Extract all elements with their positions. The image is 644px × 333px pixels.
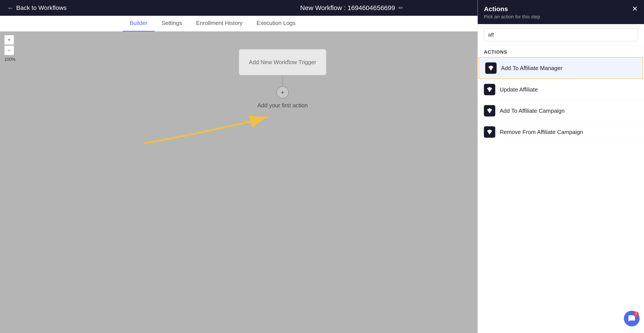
add-first-action-label: Add your first action bbox=[258, 102, 308, 109]
actions-panel-subtitle: Pick an action for this step bbox=[484, 14, 540, 20]
add-campaign-icon-wrap bbox=[484, 105, 495, 116]
chat-bubble-button[interactable]: 7 bbox=[624, 311, 640, 327]
actions-panel-title: Actions bbox=[484, 5, 540, 13]
action-item-update-affiliate[interactable]: Update Affiliate bbox=[478, 79, 644, 100]
update-affiliate-icon-wrap bbox=[484, 84, 495, 95]
remove-campaign-icon-wrap bbox=[484, 126, 495, 138]
action-item-add-to-affiliate-campaign[interactable]: Add To Affiliate Campaign bbox=[478, 100, 644, 121]
actions-panel: Actions Pick an action for this step ✕ A… bbox=[478, 0, 644, 333]
tab-execution-logs[interactable]: Execution Logs bbox=[250, 20, 302, 31]
tab-builder[interactable]: Builder bbox=[123, 20, 154, 31]
workflow-title: New Workflow : 1694604656699 bbox=[300, 4, 395, 11]
action-item-remove-from-affiliate-campaign[interactable]: Remove From Affiliate Campaign bbox=[478, 121, 644, 143]
affiliate-manager-icon-wrap bbox=[485, 62, 496, 74]
diamond-icon-4 bbox=[486, 129, 493, 135]
plus-icon: + bbox=[280, 88, 285, 96]
action-label-add-to-affiliate-campaign: Add To Affiliate Campaign bbox=[500, 107, 565, 114]
arrow-annotation bbox=[127, 108, 280, 152]
action-label-add-to-affiliate-manager: Add To Affiliate Manager bbox=[501, 65, 562, 72]
action-label-remove-from-affiliate-campaign: Remove From Affiliate Campaign bbox=[500, 129, 583, 135]
tab-enrollment-history[interactable]: Enrollment History bbox=[189, 20, 250, 31]
action-label-update-affiliate: Update Affiliate bbox=[500, 86, 538, 93]
workflow-content: Add New Workflow Trigger + Add your firs… bbox=[239, 49, 326, 109]
zoom-out-button[interactable]: − bbox=[4, 45, 14, 55]
add-action-button[interactable]: + bbox=[276, 86, 289, 98]
chat-badge: 7 bbox=[634, 312, 639, 317]
actions-panel-header: Actions Pick an action for this step ✕ bbox=[478, 0, 644, 24]
close-panel-button[interactable]: ✕ bbox=[632, 5, 638, 12]
search-input[interactable] bbox=[484, 28, 638, 41]
trigger-label: Add New Workflow Trigger bbox=[249, 58, 316, 66]
back-arrow-icon: ← bbox=[7, 4, 14, 12]
tab-settings[interactable]: Settings bbox=[154, 20, 189, 31]
back-label: Back to Workflows bbox=[16, 4, 66, 11]
connector-line bbox=[282, 75, 283, 86]
zoom-level: 100% bbox=[4, 57, 16, 62]
diamond-icon-2 bbox=[486, 86, 493, 93]
back-to-workflows-button[interactable]: ← Back to Workflows bbox=[7, 4, 66, 12]
edit-icon[interactable]: ✏ bbox=[398, 4, 403, 11]
actions-section-label: Actions bbox=[478, 46, 644, 57]
trigger-box[interactable]: Add New Workflow Trigger bbox=[239, 49, 326, 75]
diamond-icon-3 bbox=[486, 108, 493, 114]
zoom-controls: + − 100% bbox=[4, 35, 16, 62]
actions-panel-header-text: Actions Pick an action for this step bbox=[484, 5, 540, 20]
zoom-in-button[interactable]: + bbox=[4, 35, 14, 45]
diamond-icon bbox=[488, 65, 494, 71]
search-box bbox=[478, 24, 644, 46]
action-item-add-to-affiliate-manager[interactable]: Add To Affiliate Manager bbox=[478, 57, 643, 79]
